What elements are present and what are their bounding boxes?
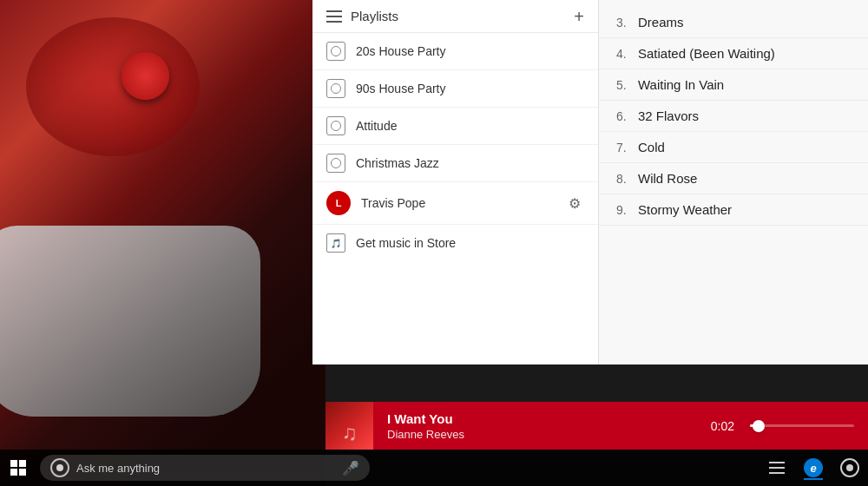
left-panel: Playlists + 20s House Party 90s House Pa… [312,0,599,364]
track-number-7: 7. [616,141,638,154]
track-item-6[interactable]: 6. 32 Flavors [599,101,868,132]
store-label: Get music in Store [356,236,584,250]
start-button[interactable] [0,450,36,486]
groove-music-icon [840,458,859,477]
now-playing-title: I Want You [387,411,697,426]
playlist-icon-1 [326,42,345,61]
playlist-label-4: Christmas Jazz [356,156,584,170]
playlist-label-3: Attitude [356,119,584,133]
groove-music-button[interactable] [832,450,868,486]
track-item-8[interactable]: 8. Wild Rose [599,163,868,194]
track-number-3: 3. [616,16,638,30]
track-title-3: Dreams [638,15,684,30]
edge-browser-button[interactable]: e [795,450,832,486]
playlist-header-left: Playlists [326,9,398,23]
playlist-item-3[interactable]: Attitude [312,108,598,145]
track-number-4: 4. [616,47,638,61]
hamburger-icon[interactable] [326,10,342,23]
playlist-icon-4 [326,154,345,173]
playlist-item-2[interactable]: 90s House Party [312,70,598,108]
playlist-label-1: 20s House Party [356,44,584,58]
track-item-5[interactable]: 5. Waiting In Vain [599,69,868,101]
track-number-6: 6. [616,109,638,123]
playlists-title: Playlists [351,9,398,23]
playlist-label-2: 90s House Party [356,82,584,95]
background-photo [0,0,326,486]
user-avatar: L [326,191,351,215]
task-view-button[interactable] [759,450,795,486]
track-info: I Want You Dianne Reeves [373,411,711,441]
progress-thumb[interactable] [753,420,765,432]
track-number-5: 5. [616,78,638,92]
taskbar: Ask me anything 🎤 e [0,450,868,486]
windows-logo-icon [10,460,26,476]
track-number-9: 9. [616,203,638,217]
track-number-8: 8. [616,172,638,186]
user-name: Travis Pope [361,196,555,210]
music-app-overlay: Playlists + 20s House Party 90s House Pa… [312,0,868,364]
cortana-icon [50,458,69,477]
progress-bar[interactable] [750,424,854,427]
album-art [326,402,373,450]
task-view-icon [769,462,785,474]
track-title-6: 32 Flavors [638,108,699,123]
store-icon: 🎵 [326,233,345,253]
microphone-icon[interactable]: 🎤 [342,460,359,476]
controller-shape [0,226,260,417]
track-item-7[interactable]: 7. Cold [599,132,868,163]
track-title-9: Stormy Weather [638,202,732,217]
track-item-9[interactable]: 9. Stormy Weather [599,194,868,226]
track-item-4[interactable]: 4. Satiated (Been Waiting) [599,38,868,69]
track-title-5: Waiting In Vain [638,77,724,92]
playlist-icon-2 [326,79,345,98]
add-playlist-button[interactable]: + [574,8,584,25]
playlist-icon-3 [326,116,345,135]
track-time: 0:02 [711,419,734,433]
cortana-inner [56,464,63,471]
store-item[interactable]: 🎵 Get music in Store [312,225,598,261]
track-title-4: Satiated (Been Waiting) [638,46,775,61]
track-item-3[interactable]: 3. Dreams [599,7,868,38]
album-art-figure [326,402,373,450]
settings-icon[interactable]: ⚙ [565,194,584,213]
track-list-panel: 3. Dreams 4. Satiated (Been Waiting) 5. … [599,0,868,364]
track-title-8: Wild Rose [638,171,697,186]
track-title-7: Cold [638,140,665,154]
user-item[interactable]: L Travis Pope ⚙ [312,182,598,225]
playlist-header: Playlists + [312,0,598,33]
now-playing-artist: Dianne Reeves [387,428,697,441]
search-area[interactable]: Ask me anything 🎤 [40,455,370,481]
search-placeholder-text: Ask me anything [76,462,335,475]
playlist-item-1[interactable]: 20s House Party [312,33,598,70]
progress-area[interactable]: 0:02 [711,419,868,433]
controller-red-button [122,52,169,100]
avatar-initials: L [336,198,342,208]
playlist-item-4[interactable]: Christmas Jazz [312,145,598,182]
edge-icon: e [804,458,823,477]
now-playing-bar: I Want You Dianne Reeves 0:02 [326,402,868,450]
edge-underline [804,478,823,480]
